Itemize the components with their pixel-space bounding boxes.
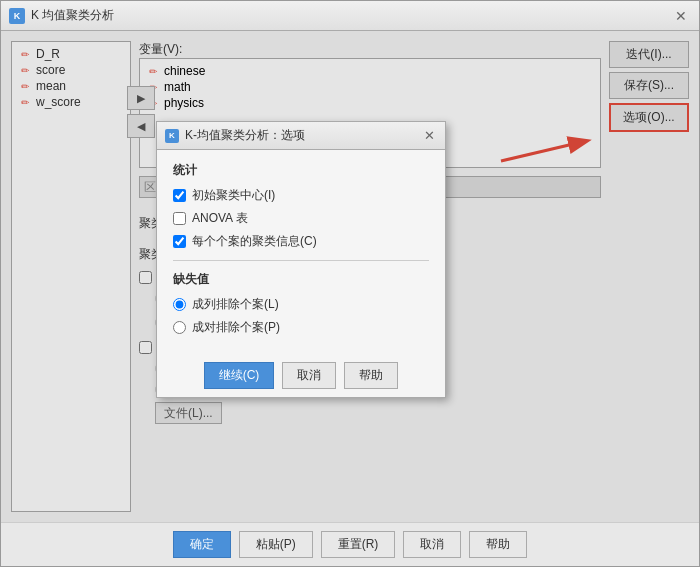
dialog-bottom-buttons: 继续(C) 取消 帮助 bbox=[157, 354, 445, 397]
cancel-button[interactable]: 取消 bbox=[403, 531, 461, 558]
bottom-bar: 确定 粘贴(P) 重置(R) 取消 帮助 bbox=[1, 522, 699, 566]
dialog-content: 统计 初始聚类中心(I) ANOVA 表 每个个案的聚类信息(C) bbox=[157, 150, 445, 354]
dialog-continue-button[interactable]: 继续(C) bbox=[204, 362, 275, 389]
pairwise-radio[interactable] bbox=[173, 321, 186, 334]
cluster-info-per-case-checkbox[interactable] bbox=[173, 235, 186, 248]
cluster-info-per-case-row: 每个个案的聚类信息(C) bbox=[173, 233, 429, 250]
initial-cluster-center-checkbox[interactable] bbox=[173, 189, 186, 202]
statistics-section-title: 统计 bbox=[173, 162, 429, 179]
dialog-app-icon: K bbox=[165, 129, 179, 143]
dialog-overlay: K K-均值聚类分析：选项 ✕ 统计 初始聚类中心(I) bbox=[1, 31, 699, 522]
anova-table-row: ANOVA 表 bbox=[173, 210, 429, 227]
anova-table-checkbox[interactable] bbox=[173, 212, 186, 225]
pairwise-row: 成对排除个案(P) bbox=[173, 319, 429, 336]
initial-cluster-center-row: 初始聚类中心(I) bbox=[173, 187, 429, 204]
dialog-help-button[interactable]: 帮助 bbox=[344, 362, 398, 389]
listwise-label: 成列排除个案(L) bbox=[192, 296, 279, 313]
main-window: K K 均值聚类分析 ✕ ✏ D_R ✏ score ✏ mean bbox=[0, 0, 700, 567]
window-close-button[interactable]: ✕ bbox=[671, 8, 691, 24]
title-bar: K K 均值聚类分析 ✕ bbox=[1, 1, 699, 31]
missing-section-title: 缺失值 bbox=[173, 271, 429, 288]
listwise-radio[interactable] bbox=[173, 298, 186, 311]
help-button[interactable]: 帮助 bbox=[469, 531, 527, 558]
ok-button[interactable]: 确定 bbox=[173, 531, 231, 558]
dialog-divider bbox=[173, 260, 429, 261]
options-dialog: K K-均值聚类分析：选项 ✕ 统计 初始聚类中心(I) bbox=[156, 121, 446, 398]
window-title: K 均值聚类分析 bbox=[31, 7, 114, 24]
dialog-close-button[interactable]: ✕ bbox=[422, 128, 437, 143]
paste-button[interactable]: 粘贴(P) bbox=[239, 531, 313, 558]
dialog-title-bar: K K-均值聚类分析：选项 ✕ bbox=[157, 122, 445, 150]
anova-table-label: ANOVA 表 bbox=[192, 210, 248, 227]
pairwise-label: 成对排除个案(P) bbox=[192, 319, 280, 336]
listwise-row: 成列排除个案(L) bbox=[173, 296, 429, 313]
dialog-cancel-button[interactable]: 取消 bbox=[282, 362, 336, 389]
app-icon: K bbox=[9, 8, 25, 24]
dialog-title-text: K-均值聚类分析：选项 bbox=[185, 127, 305, 144]
main-content: ✏ D_R ✏ score ✏ mean ✏ w_score bbox=[1, 31, 699, 522]
initial-cluster-center-label: 初始聚类中心(I) bbox=[192, 187, 275, 204]
dialog-title-left: K K-均值聚类分析：选项 bbox=[165, 127, 305, 144]
reset-button[interactable]: 重置(R) bbox=[321, 531, 396, 558]
cluster-info-per-case-label: 每个个案的聚类信息(C) bbox=[192, 233, 317, 250]
title-bar-left: K K 均值聚类分析 bbox=[9, 7, 114, 24]
